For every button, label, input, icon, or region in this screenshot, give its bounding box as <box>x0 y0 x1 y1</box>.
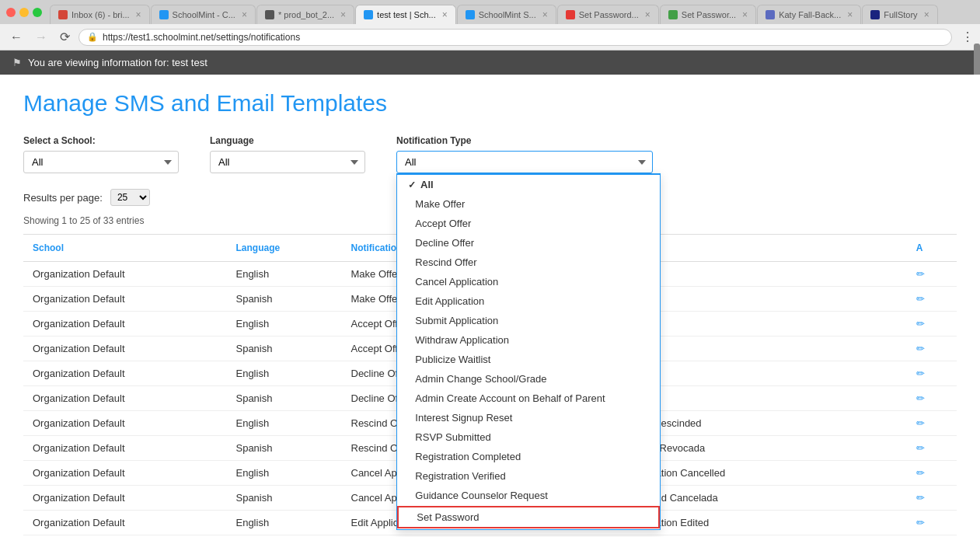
cell-action-4[interactable]: ✏ <box>907 361 957 386</box>
notification-dropdown-item-2[interactable]: Accept Offer <box>397 214 660 233</box>
browser-tab-katy[interactable]: Katy Fall-Back... × <box>757 5 861 24</box>
checkmark-3 <box>408 238 410 249</box>
close-window-btn[interactable] <box>6 8 16 17</box>
language-filter-select[interactable]: All English Spanish <box>210 151 365 173</box>
notification-dropdown-item-9[interactable]: Publicize Waitlist <box>397 350 660 369</box>
dropdown-item-label-14: Registration Completed <box>415 451 521 462</box>
tab-label-katy: Katy Fall-Back... <box>779 10 841 19</box>
notification-dropdown-item-5[interactable]: Cancel Application <box>397 272 660 291</box>
cell-school-5: Organization Default <box>23 386 226 411</box>
notification-dropdown-item-12[interactable]: Interest Signup Reset <box>397 408 660 427</box>
dropdown-item-label-11: Admin Create Account on Behalf of Parent <box>415 392 605 404</box>
cell-action-0[interactable]: ✏ <box>907 262 957 287</box>
forward-button[interactable]: → <box>31 29 51 46</box>
browser-tab-set-password-2[interactable]: Set Passwor... × <box>660 5 756 24</box>
browser-tab-schoolmint-c[interactable]: SchoolMint - C... × <box>151 5 256 24</box>
notification-dropdown-item-17[interactable]: Set Password <box>397 506 660 528</box>
cell-language-9: Spanish <box>226 486 341 511</box>
notification-dropdown-item-6[interactable]: Edit Application <box>397 291 660 311</box>
cell-action-2[interactable]: ✏ <box>907 312 957 336</box>
notification-dropdown-item-4[interactable]: Rescind Offer <box>397 253 660 272</box>
checkmark-5 <box>408 277 410 288</box>
browser-tab-gmail[interactable]: Inbox (6) - bri... × <box>50 5 150 24</box>
tab-close-prod-bot[interactable]: × <box>340 9 346 20</box>
notification-dropdown-item-11[interactable]: Admin Create Account on Behalf of Parent <box>397 389 660 408</box>
address-bar[interactable]: 🔒 https://test1.schoolmint.net/settings/… <box>78 29 952 46</box>
dropdown-item-label-0: All <box>420 179 434 190</box>
browser-toolbar: ← → ⟳ 🔒 https://test1.schoolmint.net/set… <box>0 24 980 51</box>
reload-button[interactable]: ⟳ <box>56 28 74 46</box>
cell-action-5[interactable]: ✏ <box>907 386 957 411</box>
notification-dropdown-item-13[interactable]: RSVP Submitted <box>397 427 660 447</box>
cell-action-7[interactable]: ✏ <box>907 436 957 461</box>
language-filter-group: Language All English Spanish <box>210 135 365 173</box>
notification-dropdown-item-3[interactable]: Decline Offer <box>397 233 660 253</box>
cell-action-3[interactable]: ✏ <box>907 336 957 361</box>
dropdown-item-label-13: RSVP Submitted <box>415 431 490 443</box>
dropdown-item-label-8: Withdraw Application <box>415 334 509 346</box>
browser-tab-schoolmint-s[interactable]: SchoolMint S... × <box>457 5 556 24</box>
notification-dropdown-item-14[interactable]: Registration Completed <box>397 447 660 466</box>
maximize-window-btn[interactable] <box>33 8 42 17</box>
notification-dropdown-item-7[interactable]: Submit Application <box>397 311 660 330</box>
flag-icon: ⚑ <box>12 57 22 68</box>
cell-action-8[interactable]: ✏ <box>907 461 957 486</box>
cell-school-7: Organization Default <box>23 436 226 461</box>
cell-language-6: English <box>226 411 341 436</box>
checkmark-14 <box>408 452 410 462</box>
notification-dropdown-item-15[interactable]: Registration Verified <box>397 466 660 486</box>
browser-tab-test-test[interactable]: test test | Sch... × <box>355 5 456 24</box>
dropdown-item-label-6: Edit Application <box>415 295 484 307</box>
school-filter-select[interactable]: All <box>23 151 179 173</box>
notification-dropdown-item-16[interactable]: Guidance Counselor Request <box>397 486 660 505</box>
checkmark-9 <box>408 354 410 365</box>
results-per-page-select[interactable]: 10 25 50 100 <box>110 189 150 206</box>
checkmark-0: ✓ <box>408 180 416 190</box>
dropdown-item-label-9: Publicize Waitlist <box>415 354 490 365</box>
tab-close-test-test[interactable]: × <box>442 9 448 20</box>
tab-close-schoolmint-s[interactable]: × <box>542 9 548 20</box>
checkmark-6 <box>408 296 410 307</box>
tab-close-katy[interactable]: × <box>847 9 853 20</box>
cell-action-1[interactable]: ✏ <box>907 287 957 312</box>
notification-dropdown-item-8[interactable]: Withdraw Application <box>397 330 660 350</box>
minimize-window-btn[interactable] <box>19 8 29 17</box>
notification-dropdown-item-0[interactable]: ✓ All <box>397 175 660 194</box>
tab-favicon-prod-bot <box>265 10 274 19</box>
tab-label-gmail: Inbox (6) - bri... <box>71 10 130 19</box>
tab-favicon-set-password-1 <box>566 10 575 19</box>
browser-tab-fullstory[interactable]: FullStory × <box>862 5 937 24</box>
checkmark-15 <box>408 471 410 482</box>
cell-action-6[interactable]: ✏ <box>907 411 957 436</box>
address-text: https://test1.schoolmint.net/settings/no… <box>103 32 300 43</box>
tab-label-fullstory: FullStory <box>884 10 917 19</box>
notification-type-filter-select[interactable]: All <box>396 151 653 173</box>
checkmark-10 <box>408 374 410 385</box>
tab-favicon-test-test <box>364 10 373 19</box>
back-button[interactable]: ← <box>6 29 26 46</box>
checkmark-2 <box>408 218 410 229</box>
cell-language-0: English <box>226 262 341 287</box>
tab-close-fullstory[interactable]: × <box>924 9 929 20</box>
checkmark-17 <box>410 512 412 523</box>
browser-chrome: Inbox (6) - bri... × SchoolMint - C... ×… <box>0 0 980 51</box>
cell-action-9[interactable]: ✏ <box>907 486 957 511</box>
dropdown-item-label-2: Accept Offer <box>415 218 471 229</box>
cell-action-10[interactable]: ✏ <box>907 511 957 535</box>
tab-close-schoolmint-c[interactable]: × <box>242 9 247 20</box>
notification-dropdown-item-10[interactable]: Admin Change School/Grade <box>397 369 660 389</box>
notification-dropdown-item-1[interactable]: Make Offer <box>397 194 660 214</box>
tab-close-set-password-2[interactable]: × <box>742 9 748 20</box>
checkmark-12 <box>408 413 410 424</box>
notification-type-filter-label: Notification Type <box>396 135 653 146</box>
browser-tab-prod-bot[interactable]: * prod_bot_2... × <box>256 5 354 24</box>
col-language: Language <box>226 235 341 262</box>
tab-close-gmail[interactable]: × <box>136 9 141 20</box>
notification-type-dropdown[interactable]: ✓ All Make Offer Accept Offer Decline Of… <box>396 173 661 530</box>
profile-menu[interactable]: ⋮ <box>961 30 974 44</box>
school-filter-group: Select a School: All <box>23 135 179 173</box>
browser-tab-set-password-1[interactable]: Set Password... × <box>557 5 659 24</box>
cell-language-7: Spanish <box>226 436 341 461</box>
tab-close-set-password-1[interactable]: × <box>645 9 650 20</box>
tab-label-test-test: test test | Sch... <box>377 10 436 19</box>
